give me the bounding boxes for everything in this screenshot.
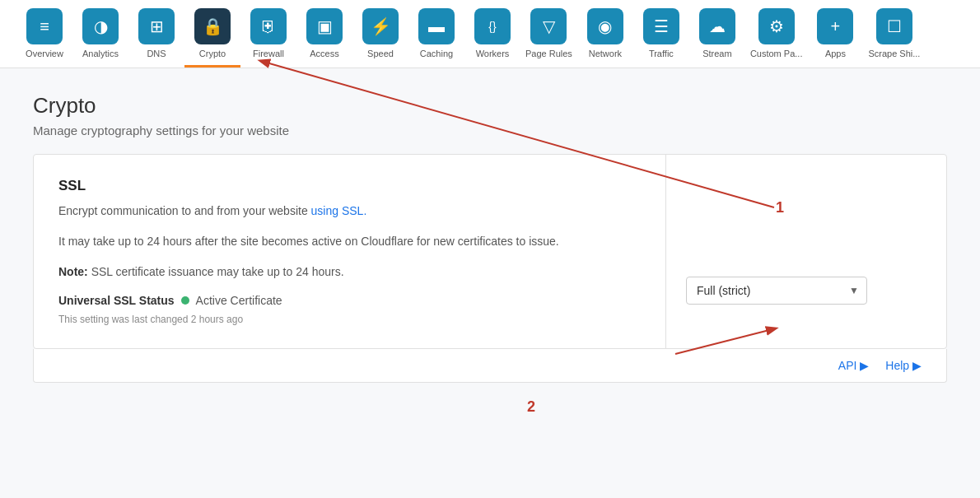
status-dot-icon [181,296,189,305]
top-nav: ≡Overview◑Analytics⊞DNS🔒Crypto⛨Firewall▣… [0,0,980,68]
nav-label-12: Stream [702,49,731,58]
ssl-title: SSL [58,178,641,194]
nav-icon-15: ☐ [876,8,912,44]
nav-icon-5: ▣ [306,8,343,44]
nav-label-5: Access [310,49,338,58]
nav-icon-9: ▽ [530,8,567,44]
nav-label-6: Speed [367,49,394,58]
nav-label-1: Analytics [82,49,119,58]
ssl-note: Note: SSL certificate issuance may take … [58,263,641,281]
nav-label-9: Page Rules [525,49,572,58]
page-title: Crypto [33,93,947,119]
nav-label-10: Network [589,49,622,58]
nav-icon-7: ▬ [418,8,455,44]
nav-item-page_rules[interactable]: ▽Page Rules [520,8,577,67]
ssl-dropdown-container: OffFlexibleFullFull (strict) ▼ [686,277,867,305]
nav-icon-14: + [817,8,853,44]
card-left: SSL Encrypt communication to and from yo… [34,155,666,348]
nav-label-0: Overview [26,49,63,58]
nav-item-overview[interactable]: ≡Overview [16,8,72,67]
nav-item-apps[interactable]: +Apps [807,8,863,67]
nav-icon-4: ⛨ [250,8,287,44]
nav-label-11: Traffic [649,49,674,58]
ssl-time-note: It may take up to 24 hours after the sit… [58,233,641,250]
nav-item-stream[interactable]: ☁Stream [689,8,745,67]
nav-item-custom_pa___[interactable]: ⚙Custom Pa... [745,8,808,67]
ssl-description: Encrypt communication to and from your w… [58,202,641,220]
nav-item-access[interactable]: ▣Access [296,8,352,67]
nav-icon-2: ⊞ [138,8,175,44]
nav-icon-6: ⚡ [362,8,399,44]
nav-icon-1: ◑ [82,8,119,44]
dropdown-wrapper: OffFlexibleFullFull (strict) ▼ [686,277,867,305]
nav-label-14: Apps [825,49,846,58]
nav-label-2: DNS [147,49,166,58]
nav-item-crypto[interactable]: 🔒Crypto [184,8,240,67]
svg-text:2: 2 [527,398,535,415]
page-subtitle: Manage cryptography settings for your we… [33,123,947,137]
ssl-card: SSL Encrypt communication to and from yo… [33,154,947,349]
nav-item-scrape_shi___[interactable]: ☐Scrape Shi... [863,8,925,67]
nav-item-analytics[interactable]: ◑Analytics [72,8,128,67]
nav-item-network[interactable]: ◉Network [577,8,633,67]
nav-label-15: Scrape Shi... [868,49,920,58]
nav-icon-13: ⚙ [758,8,795,44]
ssl-mode-select[interactable]: OffFlexibleFullFull (strict) [686,277,867,305]
main-content: Crypto Manage cryptography settings for … [0,68,980,399]
nav-label-8: Workers [476,49,510,58]
nav-item-speed[interactable]: ⚡Speed [352,8,408,67]
nav-label-7: Caching [420,49,453,58]
nav-icon-3: 🔒 [194,8,231,44]
card-footer: API ▶ Help ▶ [33,349,947,383]
nav-icon-12: ☁ [699,8,735,44]
page-wrapper: ≡Overview◑Analytics⊞DNS🔒Crypto⛨Firewall▣… [0,0,980,498]
nav-item-dns[interactable]: ⊞DNS [128,8,184,67]
nav-icon-11: ☰ [643,8,679,44]
nav-item-caching[interactable]: ▬Caching [408,8,464,67]
ssl-status-row: Universal SSL Status Active Certificate [58,294,641,307]
card-right: OffFlexibleFullFull (strict) ▼ [666,155,946,348]
nav-label-3: Crypto [199,49,226,58]
nav-item-firewall[interactable]: ⛨Firewall [240,8,296,67]
api-link[interactable]: API ▶ [838,359,869,372]
ssl-status-label: Universal SSL Status [58,294,175,307]
nav-item-traffic[interactable]: ☰Traffic [633,8,689,67]
ssl-link[interactable]: using SSL. [311,204,367,217]
nav-icon-0: ≡ [26,8,63,44]
nav-icon-10: ◉ [587,8,623,44]
nav-label-13: Custom Pa... [750,49,803,58]
nav-icon-8: {} [474,8,511,44]
nav-label-4: Firewall [253,49,284,58]
ssl-status-text: Active Certificate [196,294,282,307]
nav-item-workers[interactable]: {}Workers [464,8,520,67]
ssl-changed-text: This setting was last changed 2 hours ag… [58,314,641,325]
help-link[interactable]: Help ▶ [885,359,922,372]
